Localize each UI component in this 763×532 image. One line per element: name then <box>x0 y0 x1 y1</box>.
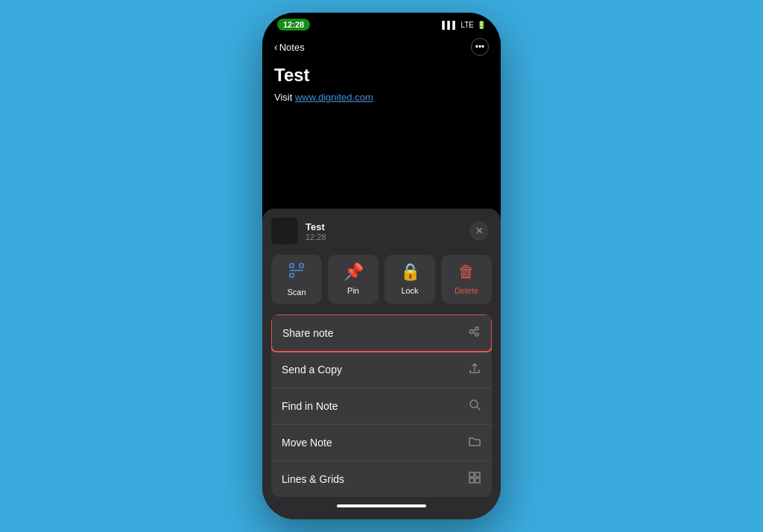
note-body-prefix: Visit <box>274 92 295 103</box>
note-content-area: Test Visit www.dignited.com <box>262 59 501 178</box>
home-indicator <box>337 504 426 507</box>
move-note-label: Move Note <box>282 437 332 449</box>
close-icon: ✕ <box>475 226 483 236</box>
scan-button[interactable]: Scan <box>271 255 322 304</box>
note-title: Test <box>274 65 489 86</box>
move-note-item[interactable]: Move Note <box>271 425 492 461</box>
battery-icon: 🔋 <box>477 21 486 29</box>
back-label: Notes <box>279 42 305 53</box>
note-link[interactable]: www.dignited.com <box>295 92 373 103</box>
find-in-note-item[interactable]: Find in Note <box>271 388 492 425</box>
find-in-note-icon <box>468 398 481 414</box>
svg-rect-13 <box>469 478 474 483</box>
share-note-item[interactable]: Share note <box>271 314 492 352</box>
find-in-note-label: Find in Note <box>282 400 338 412</box>
back-chevron-icon: ‹ <box>274 41 278 53</box>
delete-label: Delete <box>455 286 478 295</box>
phone-frame: 12:28 ▌▌▌ LTE 🔋 ‹ Notes ••• Test Visit w… <box>262 13 501 519</box>
close-button[interactable]: ✕ <box>469 221 489 241</box>
lines-grids-icon <box>468 471 481 487</box>
note-thumbnail <box>271 218 298 244</box>
status-icons: ▌▌▌ LTE 🔋 <box>442 21 486 29</box>
notes-header: ‹ Notes ••• <box>262 34 501 59</box>
back-button[interactable]: ‹ Notes <box>274 41 305 53</box>
note-body: Visit www.dignited.com <box>274 92 489 103</box>
pin-icon: 📌 <box>343 262 364 282</box>
svg-rect-12 <box>475 472 480 477</box>
lock-label: Lock <box>401 286 418 295</box>
svg-rect-11 <box>469 472 474 477</box>
svg-line-8 <box>474 332 476 334</box>
pin-label: Pin <box>347 286 359 295</box>
send-copy-icon <box>468 361 481 378</box>
delete-button[interactable]: 🗑 Delete <box>441 255 492 304</box>
note-meta: Test 12:28 <box>305 221 462 241</box>
scan-label: Scan <box>287 288 305 297</box>
note-meta-time: 12:28 <box>305 232 462 241</box>
send-copy-item[interactable]: Send a Copy <box>271 352 492 388</box>
pin-button[interactable]: 📌 Pin <box>328 255 379 304</box>
svg-rect-14 <box>475 478 480 483</box>
svg-point-4 <box>470 330 474 334</box>
svg-rect-1 <box>300 264 303 267</box>
action-buttons-row: Scan 📌 Pin 🔒 Lock 🗑 Delete <box>271 255 492 304</box>
delete-icon: 🗑 <box>458 262 475 282</box>
lte-icon: LTE <box>460 21 474 29</box>
more-icon: ••• <box>475 42 485 52</box>
svg-rect-0 <box>290 264 294 267</box>
status-time: 12:28 <box>277 19 310 31</box>
signal-icon: ▌▌▌ <box>442 21 458 29</box>
sheet-header: Test 12:28 ✕ <box>271 218 492 244</box>
svg-point-6 <box>475 333 478 336</box>
svg-rect-2 <box>290 273 294 277</box>
move-note-icon <box>468 434 481 451</box>
send-copy-label: Send a Copy <box>282 364 342 376</box>
svg-line-7 <box>474 329 476 331</box>
lines-grids-item[interactable]: Lines & Grids <box>271 461 492 497</box>
lock-button[interactable]: 🔒 Lock <box>384 255 435 304</box>
scan-icon <box>288 262 305 283</box>
svg-line-10 <box>477 407 480 410</box>
lock-icon: 🔒 <box>400 262 420 282</box>
lines-grids-label: Lines & Grids <box>282 473 344 485</box>
note-meta-title: Test <box>305 221 462 232</box>
status-bar: 12:28 ▌▌▌ LTE 🔋 <box>262 13 501 34</box>
svg-point-5 <box>475 327 478 330</box>
context-sheet: Test 12:28 ✕ Scan <box>262 209 501 519</box>
more-button[interactable]: ••• <box>471 38 489 56</box>
share-note-label: Share note <box>282 327 334 339</box>
share-note-icon <box>467 325 481 341</box>
menu-items-list: Share note Send a Copy <box>271 314 492 497</box>
